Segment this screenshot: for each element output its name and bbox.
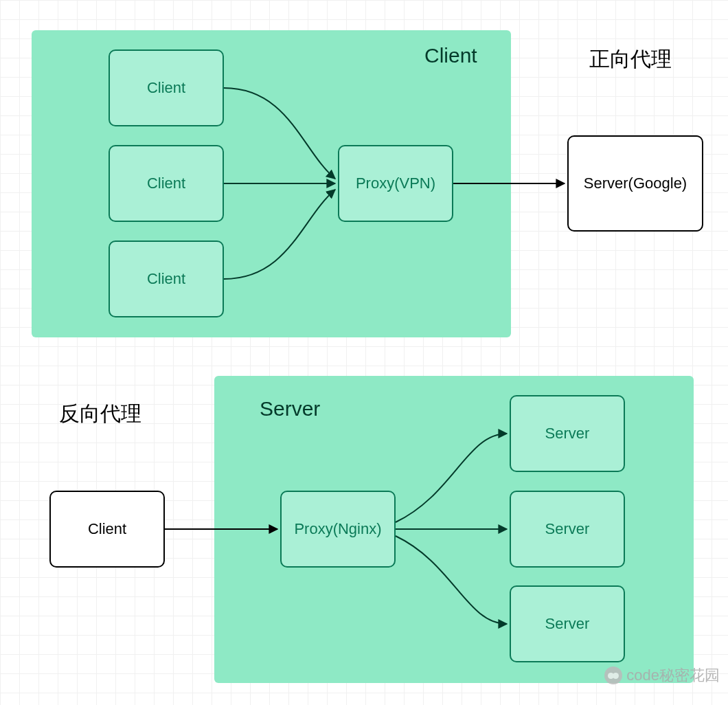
forward-server-node: Server(Google) — [567, 135, 703, 232]
forward-client-2-label: Client — [147, 175, 185, 192]
reverse-server-1: Server — [510, 395, 625, 472]
reverse-proxy-label: Proxy(Nginx) — [294, 520, 381, 538]
reverse-client-label: Client — [88, 520, 126, 538]
forward-server-label: Server(Google) — [584, 175, 687, 192]
reverse-server-3-label: Server — [545, 615, 590, 633]
forward-proxy-node: Proxy(VPN) — [338, 145, 453, 222]
reverse-group-title: Server — [260, 397, 320, 421]
watermark-text: code秘密花园 — [626, 665, 720, 686]
watermark: code秘密花园 — [604, 665, 720, 686]
forward-client-2: Client — [109, 145, 224, 222]
forward-client-1: Client — [109, 49, 224, 126]
reverse-server-1-label: Server — [545, 425, 590, 443]
reverse-server-2-label: Server — [545, 520, 590, 538]
reverse-proxy-title: 反向代理 — [59, 400, 141, 428]
reverse-proxy-node: Proxy(Nginx) — [280, 491, 396, 568]
forward-proxy-label: Proxy(VPN) — [356, 175, 435, 192]
forward-client-3: Client — [109, 240, 224, 317]
wechat-icon — [604, 667, 622, 684]
reverse-server-2: Server — [510, 491, 625, 568]
reverse-client-node: Client — [49, 491, 165, 568]
forward-proxy-title: 正向代理 — [589, 45, 672, 74]
forward-client-1-label: Client — [147, 79, 185, 97]
forward-group-title: Client — [424, 44, 477, 67]
reverse-server-3: Server — [510, 585, 625, 662]
forward-client-3-label: Client — [147, 270, 185, 288]
